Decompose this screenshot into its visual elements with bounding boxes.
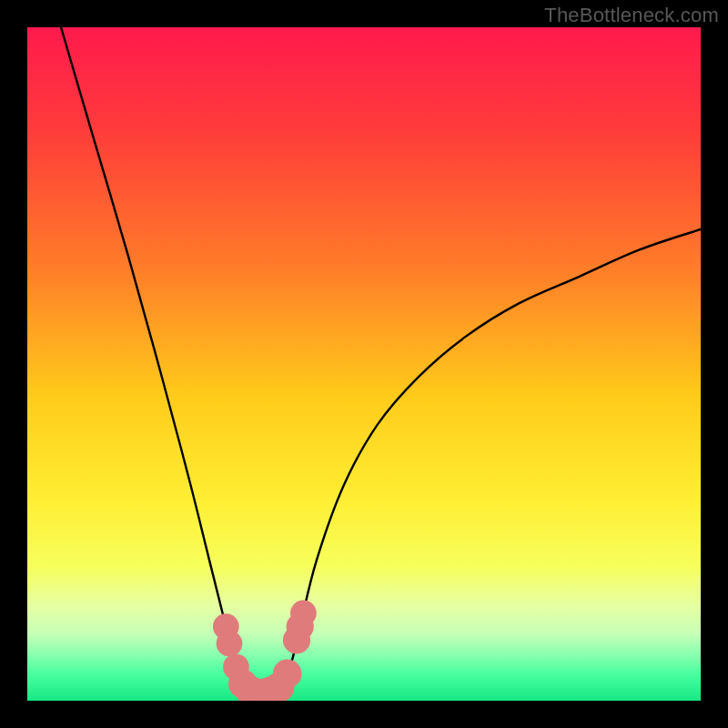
marker-dot: [217, 631, 243, 657]
outer-frame: TheBottleneck.com: [0, 0, 728, 728]
trough-markers: [213, 600, 317, 701]
watermark-text: TheBottleneck.com: [544, 4, 719, 27]
curve-layer: [27, 27, 701, 701]
marker-dot: [290, 600, 317, 626]
plot-area: [27, 27, 701, 701]
bottleneck-curve: [61, 27, 701, 695]
marker-dot: [273, 660, 302, 689]
